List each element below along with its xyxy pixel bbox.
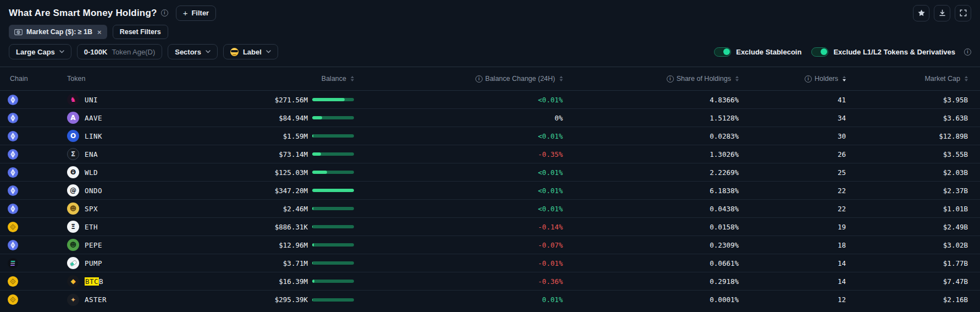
holders-value: 22 xyxy=(739,187,846,195)
table-row-wld[interactable]: ΘWLD$125.03M<0.01%2.2269%25$2.03B xyxy=(0,163,980,182)
table-row-aave[interactable]: AAAVE$84.94M0%1.5128%34$3.63B xyxy=(0,109,980,127)
balance-bar xyxy=(308,134,354,138)
token-cell[interactable]: ΣENA xyxy=(67,148,199,160)
table-row-link[interactable]: OLINK$1.59M<0.01%0.0283%30$12.89B xyxy=(0,127,980,145)
market-cap-value: $2.16B xyxy=(846,295,968,304)
holders-value: 34 xyxy=(739,114,846,122)
label-dropdown[interactable]: Label xyxy=(223,44,278,59)
market-cap-value: $2.03B xyxy=(846,168,968,177)
balance-bar xyxy=(308,116,354,119)
toggle-label: Exclude L1/L2 Tokens & Derivatives xyxy=(833,48,955,56)
info-icon: i xyxy=(475,75,483,83)
info-icon: i xyxy=(667,75,674,83)
token-icon: ✦ xyxy=(67,294,79,306)
balance-value: $73.14M xyxy=(199,150,308,158)
balance-bar xyxy=(308,98,354,101)
bnb-chain-icon xyxy=(8,222,18,232)
applied-filters-row: $ Market Cap ($): ≥ 1B × Reset Filters xyxy=(0,23,980,40)
balance-value: $295.39K xyxy=(199,295,308,304)
token-icon: Ξ xyxy=(67,221,79,233)
holders-value: 25 xyxy=(739,168,846,177)
balance-bar xyxy=(308,207,354,210)
share-of-holdings-value: 6.1838% xyxy=(563,187,739,195)
column-header-share[interactable]: i Share of Holdings xyxy=(563,75,739,83)
token-cell[interactable]: ☻PEPE xyxy=(67,239,199,251)
toggle-group: Exclude Stablecoin Exclude L1/L2 Tokens … xyxy=(714,47,971,57)
balance-change-value: 0.01% xyxy=(354,295,563,304)
market-cap-value: $3.55B xyxy=(846,150,968,158)
balance-change-value: -0.07% xyxy=(354,241,563,249)
ethereum-chain-icon xyxy=(8,149,18,160)
balance-bar xyxy=(308,280,354,283)
token-cell[interactable]: @ONDO xyxy=(67,184,199,196)
title-info-icon[interactable]: i xyxy=(161,9,168,17)
token-name: LINK xyxy=(85,132,102,140)
token-cell[interactable]: ♞UNI xyxy=(67,94,199,106)
token-name: ETH xyxy=(85,223,98,231)
market-cap-tier-dropdown[interactable]: Large Caps xyxy=(9,44,71,59)
token-cell[interactable]: ☻SPX xyxy=(67,202,199,215)
market-cap-filter-chip[interactable]: $ Market Cap ($): ≥ 1B × xyxy=(9,25,107,39)
token-cell[interactable]: ΘWLD xyxy=(67,166,199,178)
balance-change-value: 0% xyxy=(354,114,563,122)
fullscreen-button[interactable] xyxy=(955,5,971,21)
column-header-balance[interactable]: Balance xyxy=(199,75,354,83)
share-of-holdings-value: 0.0001% xyxy=(563,295,739,304)
token-icon: ♞ xyxy=(67,94,79,106)
token-cell[interactable]: OLINK xyxy=(67,130,199,142)
table-row-spx[interactable]: ☻SPX$2.46M<0.01%0.0438%22$1.01B xyxy=(0,200,980,218)
sectors-dropdown[interactable]: Sectors xyxy=(168,44,218,59)
column-header-holders[interactable]: i Holders xyxy=(739,75,846,83)
favorite-button[interactable] xyxy=(913,5,929,21)
chevron-down-icon xyxy=(59,50,64,53)
balance-value: $3.71M xyxy=(199,259,308,267)
page-title: What Are Smart Money Holding? xyxy=(9,8,157,19)
column-header-token: Token xyxy=(67,75,199,83)
token-cell[interactable]: ✦ASTER xyxy=(67,294,199,306)
share-of-holdings-value: 1.3026% xyxy=(563,150,739,158)
table-row-aster[interactable]: ✦ASTER$295.39K0.01%0.0001%12$2.16B xyxy=(0,291,980,309)
market-cap-value: $2.37B xyxy=(846,187,968,195)
reset-filters-button[interactable]: Reset Filters xyxy=(113,25,168,39)
exclude-stablecoin-toggle[interactable] xyxy=(714,47,731,57)
chevron-down-icon xyxy=(206,50,211,53)
balance-bar xyxy=(308,225,354,228)
holders-value: 14 xyxy=(739,277,846,286)
balance-value: $84.94M xyxy=(199,114,308,122)
filter-button[interactable]: + Filter xyxy=(176,6,217,21)
column-header-market-cap[interactable]: Market Cap xyxy=(846,75,968,83)
token-cell[interactable]: ΞETH xyxy=(67,221,199,233)
chevron-down-icon xyxy=(266,50,271,53)
exclude-l1l2-toggle[interactable] xyxy=(811,47,828,57)
money-icon: $ xyxy=(14,29,23,35)
chip-close-icon[interactable]: × xyxy=(97,28,102,36)
info-icon: i xyxy=(805,75,812,83)
chain-cell xyxy=(0,95,67,105)
token-cell[interactable]: ◆BTCB xyxy=(67,275,199,287)
table-row-pump[interactable]: PUMP$3.71M-0.01%0.0661%14$1.77B xyxy=(0,254,980,272)
table-row-eth[interactable]: ΞETH$886.31K-0.14%0.0158%19$2.49B xyxy=(0,218,980,236)
token-name: BTCB xyxy=(85,277,103,286)
ethereum-chain-icon xyxy=(8,95,18,105)
token-icon: Θ xyxy=(67,166,79,178)
toggle-label: Exclude Stablecoin xyxy=(736,48,801,56)
table-row-ena[interactable]: ΣENA$73.14M-0.35%1.3026%26$3.55B xyxy=(0,145,980,163)
table-row-pepe[interactable]: ☻PEPE$12.96M-0.07%0.2309%18$3.02B xyxy=(0,236,980,254)
balance-change-value: <0.01% xyxy=(354,205,563,213)
download-button[interactable] xyxy=(934,5,950,21)
l1l2-info-icon[interactable]: i xyxy=(964,48,971,56)
token-age-filter[interactable]: 0-100K Token Age(D) xyxy=(77,44,162,59)
ethereum-chain-icon xyxy=(8,167,18,178)
token-cell[interactable]: PUMP xyxy=(67,257,199,269)
table-row-uni[interactable]: ♞UNI$271.56M<0.01%4.8366%41$3.95B xyxy=(0,91,980,109)
token-cell[interactable]: AAAVE xyxy=(67,112,199,124)
token-name: UNI xyxy=(85,96,98,104)
table-row-btcb[interactable]: ◆BTCB$16.39M-0.36%0.2918%14$7.47B xyxy=(0,272,980,291)
table-row-ondo[interactable]: @ONDO$347.20M<0.01%6.1838%22$2.37B xyxy=(0,182,980,200)
column-header-balance-change[interactable]: i Balance Change (24H) xyxy=(354,75,563,83)
balance-change-value: -0.14% xyxy=(354,223,563,231)
holders-value: 41 xyxy=(739,96,846,104)
holders-value: 19 xyxy=(739,223,846,231)
balance-value: $2.46M xyxy=(199,205,308,213)
market-cap-value: $2.49B xyxy=(846,223,968,231)
